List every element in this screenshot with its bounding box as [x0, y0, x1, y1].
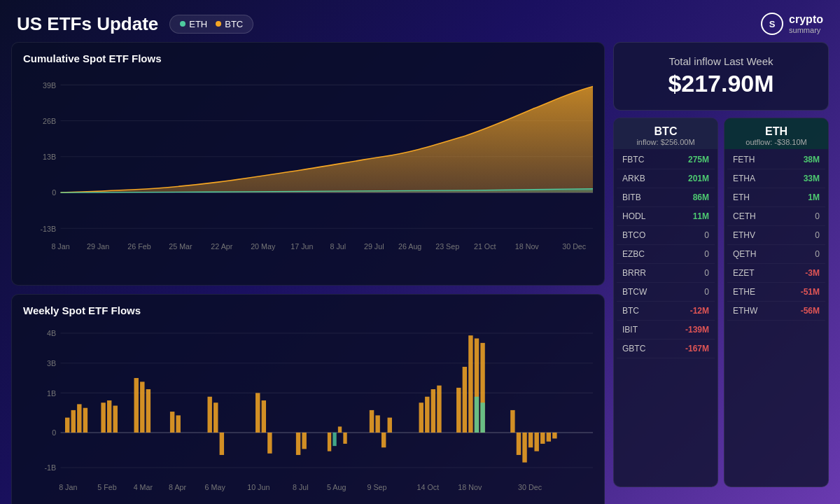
ticker-label: ARKB	[622, 174, 645, 183]
svg-text:S: S	[769, 19, 776, 29]
svg-rect-81	[547, 433, 551, 442]
svg-rect-75	[510, 410, 514, 433]
svg-rect-56	[328, 433, 331, 451]
svg-rect-54	[296, 433, 300, 455]
value-label: 275M	[688, 155, 709, 164]
svg-rect-45	[146, 389, 150, 433]
svg-text:29 Jul: 29 Jul	[364, 242, 384, 251]
svg-rect-58	[338, 427, 342, 433]
inflow-value: $217.90M	[625, 70, 817, 97]
value-label: -12M	[690, 306, 709, 316]
btc-table: BTC inflow: $256.00M FBTC275MARKB201MBIT…	[613, 118, 718, 487]
ticker-label: FBTC	[622, 155, 644, 164]
eth-dot	[180, 21, 186, 27]
table-row: ETHV0	[727, 226, 825, 245]
table-row: BTCO0	[617, 226, 715, 245]
btc-table-rows: FBTC275MARKB201MBITB86MHODL11MBTCO0EZBC0…	[614, 149, 718, 486]
svg-rect-77	[522, 433, 526, 463]
svg-text:18 Nov: 18 Nov	[515, 242, 540, 251]
eth-header-name: ETH	[733, 125, 820, 138]
svg-rect-51	[255, 393, 260, 433]
eth-table-header: ETH outflow: -$38.10M	[724, 118, 828, 149]
ticker-label: ETHW	[733, 306, 757, 316]
charts-column: Cumulative Spot ETF Flows 39B 26B 13B 0 …	[11, 42, 605, 487]
svg-text:25 Mar: 25 Mar	[169, 242, 192, 251]
svg-text:17 Jun: 17 Jun	[290, 242, 313, 251]
weekly-chart-area: 4B 3B 1B 0 -1B	[23, 322, 593, 504]
table-row: ETHA33M	[727, 169, 825, 188]
svg-text:13B: 13B	[43, 153, 56, 161]
svg-rect-62	[382, 433, 386, 447]
svg-rect-63	[388, 418, 392, 433]
svg-rect-57	[332, 433, 336, 446]
ticker-label: BRRR	[622, 268, 646, 278]
table-row: ARKB201M	[617, 169, 715, 188]
ticker-label: BTCW	[622, 287, 647, 297]
value-label: -139M	[685, 325, 709, 335]
btc-header-name: BTC	[622, 125, 709, 138]
svg-rect-40	[101, 402, 105, 433]
svg-text:8 Jul: 8 Jul	[293, 483, 309, 491]
logo-area: S crypto summary	[761, 13, 823, 35]
svg-text:6 May: 6 May	[205, 483, 226, 491]
eth-legend-item: ETH	[180, 19, 207, 29]
svg-text:21 Oct: 21 Oct	[474, 242, 496, 251]
svg-rect-47	[176, 416, 180, 433]
svg-rect-38	[77, 405, 81, 433]
cumulative-chart-area: 39B 26B 13B 0 -13B	[23, 70, 593, 272]
svg-text:26B: 26B	[43, 117, 56, 125]
svg-rect-61	[375, 416, 379, 433]
svg-text:9 Sep: 9 Sep	[368, 483, 387, 491]
svg-text:8 Jan: 8 Jan	[59, 483, 77, 491]
value-label: 33M	[804, 174, 820, 183]
svg-text:-13B: -13B	[41, 225, 57, 233]
table-row: ETHE-51M	[727, 283, 825, 302]
table-row: GBTC-167M	[617, 340, 715, 358]
eth-table: ETH outflow: -$38.10M FETH38METHA33METH1…	[724, 118, 829, 487]
svg-text:30 Dec: 30 Dec	[518, 483, 542, 491]
table-row: BRRR0	[617, 264, 715, 283]
header-left: US ETFs Update ETH BTC	[17, 13, 253, 35]
value-label: 0	[704, 249, 709, 259]
value-label: 86M	[693, 192, 709, 202]
svg-rect-79	[534, 433, 538, 451]
table-row: ETH1M	[727, 188, 825, 207]
svg-rect-65	[425, 397, 429, 433]
svg-text:8 Jul: 8 Jul	[330, 242, 346, 251]
weekly-chart-panel: Weekly Spot ETF Flows 4B 3B 1B 0 -1B	[11, 294, 605, 504]
btc-table-header: BTC inflow: $256.00M	[614, 118, 718, 149]
legend-pill: ETH BTC	[169, 15, 253, 34]
eth-table-rows: FETH38METHA33METH1MCETH0ETHV0QETH0EZET-3…	[724, 149, 828, 486]
svg-text:26 Aug: 26 Aug	[398, 242, 421, 251]
ticker-label: IBIT	[622, 325, 638, 335]
svg-rect-70	[468, 335, 472, 433]
weekly-chart-title: Weekly Spot ETF Flows	[23, 304, 593, 316]
svg-rect-46	[170, 412, 174, 433]
svg-text:22 Apr: 22 Apr	[211, 242, 232, 251]
svg-rect-74	[480, 402, 484, 433]
value-label: 0	[815, 249, 820, 259]
ticker-label: HODL	[622, 211, 645, 221]
ticker-label: QETH	[733, 249, 756, 259]
svg-text:-1B: -1B	[44, 464, 56, 472]
logo-icon: S	[761, 13, 783, 35]
logo-summary: summary	[789, 26, 823, 34]
logo-text-block: crypto summary	[789, 13, 823, 34]
svg-rect-66	[431, 389, 435, 433]
page-title: US ETFs Update	[17, 13, 158, 35]
main-content: Cumulative Spot ETF Flows 39B 26B 13B 0 …	[0, 42, 840, 496]
svg-rect-36	[65, 418, 69, 433]
table-row: BITB86M	[617, 188, 715, 207]
svg-text:0: 0	[52, 188, 56, 197]
table-row: BTC-12M	[617, 302, 715, 321]
svg-rect-82	[552, 433, 556, 439]
ticker-label: ETHV	[733, 230, 755, 240]
svg-rect-42	[113, 406, 118, 433]
svg-text:30 Dec: 30 Dec	[562, 242, 587, 251]
table-row: BTCW0	[617, 283, 715, 302]
value-label: 0	[704, 287, 709, 297]
svg-text:8 Jan: 8 Jan	[51, 242, 69, 251]
svg-rect-37	[71, 410, 76, 433]
table-row: ETHW-56M	[727, 302, 825, 321]
inflow-label: Total inflow Last Week	[625, 55, 817, 67]
